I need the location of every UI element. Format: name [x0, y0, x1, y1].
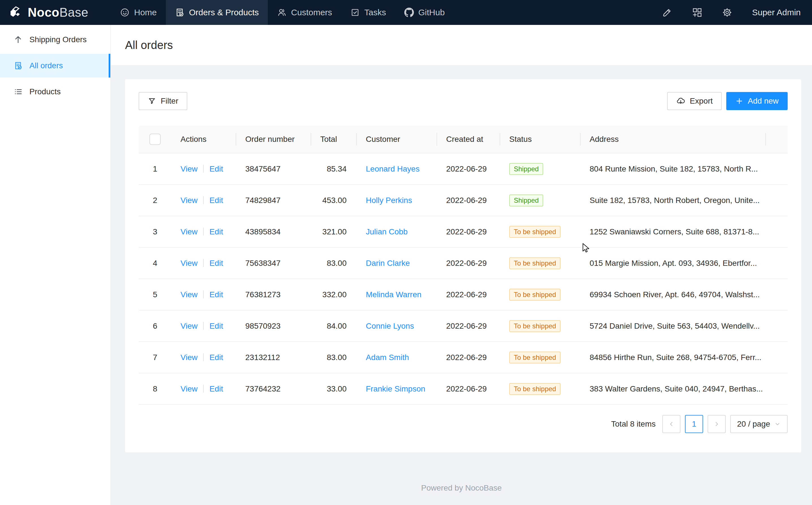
- order-number-cell: 23132112: [236, 342, 311, 373]
- table-row: 6 ViewEdit 98570923 84.00 Connie Lyons 2…: [139, 310, 788, 342]
- edit-link[interactable]: Edit: [209, 259, 223, 268]
- select-all-checkbox[interactable]: [150, 134, 161, 145]
- status-cell: Shipped: [500, 185, 581, 216]
- chevron-left-icon: [668, 420, 675, 428]
- prev-page-button[interactable]: [662, 415, 681, 433]
- customer-cell: Holly Perkins: [357, 185, 437, 216]
- status-cell: Shipped: [500, 153, 581, 185]
- customer-link[interactable]: Holly Perkins: [366, 196, 412, 205]
- sidebar-item-label: Shipping Orders: [29, 35, 86, 44]
- table-row: 3 ViewEdit 43895834 321.00 Julian Cobb 2…: [139, 216, 788, 247]
- add-new-button[interactable]: Add new: [726, 92, 788, 110]
- column-header-status: Status: [500, 126, 581, 153]
- nav-item-orders-products[interactable]: Orders & Products: [166, 0, 268, 25]
- address-cell: 5724 Daniel Drive, Suite 563, 54403, Wen…: [581, 310, 766, 342]
- sidebar-item-shipping-orders[interactable]: Shipping Orders: [0, 28, 110, 51]
- appstore-add-icon[interactable]: [692, 7, 702, 18]
- status-cell: To be shipped: [500, 310, 581, 342]
- edit-link[interactable]: Edit: [209, 227, 223, 236]
- nav-item-label: Orders & Products: [189, 8, 259, 17]
- view-link[interactable]: View: [181, 227, 198, 236]
- customer-link[interactable]: Melinda Warren: [366, 290, 422, 299]
- order-number-cell: 76381273: [236, 279, 311, 310]
- order-number-cell: 74829847: [236, 185, 311, 216]
- table-row: 4 ViewEdit 75638347 83.00 Darin Clarke 2…: [139, 247, 788, 279]
- actions-divider: [203, 353, 204, 361]
- view-link[interactable]: View: [181, 384, 198, 393]
- edit-link[interactable]: Edit: [209, 384, 223, 393]
- view-link[interactable]: View: [181, 353, 198, 362]
- row-actions: ViewEdit: [172, 185, 236, 216]
- orders-table: Actions Order number Total Customer Crea…: [139, 126, 788, 405]
- total-cell: 84.00: [311, 310, 357, 342]
- total-cell: 33.00: [311, 373, 357, 404]
- nav-item-label: Tasks: [364, 8, 386, 17]
- page-1-button[interactable]: 1: [685, 415, 703, 433]
- nav-item-home[interactable]: Home: [111, 0, 166, 25]
- highlighter-icon[interactable]: [662, 7, 672, 18]
- view-link[interactable]: View: [181, 259, 198, 268]
- nav-item-customers[interactable]: Customers: [268, 0, 341, 25]
- toolbar: Filter Export: [139, 92, 788, 110]
- row-actions: ViewEdit: [172, 279, 236, 310]
- customer-link[interactable]: Connie Lyons: [366, 322, 414, 330]
- row-index: 1: [139, 153, 172, 185]
- edit-link[interactable]: Edit: [209, 290, 223, 299]
- filter-button[interactable]: Filter: [139, 92, 187, 110]
- gear-icon[interactable]: [722, 7, 732, 18]
- logo-noco: Noco: [28, 5, 59, 19]
- edit-link[interactable]: Edit: [209, 196, 223, 205]
- row-actions: ViewEdit: [172, 216, 236, 247]
- team-icon: [277, 8, 287, 17]
- page-size-select[interactable]: 20 / page: [730, 415, 788, 433]
- column-header-actions: Actions: [172, 126, 236, 153]
- customer-link[interactable]: Adam Smith: [366, 353, 409, 362]
- created-at-cell: 2022-06-29: [437, 342, 500, 373]
- pagination-total: Total 8 items: [611, 419, 655, 429]
- user-menu[interactable]: Super Admin: [752, 8, 801, 17]
- logo-base: Base: [59, 5, 88, 19]
- customer-cell: Leonard Hayes: [357, 153, 437, 185]
- created-at-cell: 2022-06-29: [437, 153, 500, 185]
- extra-cell: [766, 185, 788, 216]
- customer-cell: Frankie Simpson: [357, 373, 437, 404]
- page-title: All orders: [125, 39, 173, 51]
- edit-link[interactable]: Edit: [209, 322, 223, 330]
- column-header-order-number: Order number: [236, 126, 311, 153]
- table-header-row: Actions Order number Total Customer Crea…: [139, 126, 788, 153]
- created-at-cell: 2022-06-29: [437, 279, 500, 310]
- status-tag: To be shipped: [509, 257, 560, 269]
- status-tag: To be shipped: [509, 289, 560, 301]
- extra-cell: [766, 153, 788, 185]
- customer-cell: Julian Cobb: [357, 216, 437, 247]
- list-icon: [14, 87, 23, 96]
- table-row: 7 ViewEdit 23132112 83.00 Adam Smith 202…: [139, 342, 788, 373]
- edit-link[interactable]: Edit: [209, 353, 223, 362]
- status-cell: To be shipped: [500, 373, 581, 404]
- nav-item-tasks[interactable]: Tasks: [341, 0, 395, 25]
- customer-link[interactable]: Julian Cobb: [366, 227, 408, 236]
- check-square-icon: [350, 8, 360, 17]
- address-cell: 804 Runte Mission, Suite 182, 15783, Nor…: [581, 153, 766, 185]
- status-cell: To be shipped: [500, 342, 581, 373]
- edit-link[interactable]: Edit: [209, 164, 223, 173]
- actions-divider: [203, 322, 204, 330]
- filter-icon: [148, 97, 156, 105]
- customer-link[interactable]: Darin Clarke: [366, 259, 410, 268]
- sidebar-item-all-orders[interactable]: All orders: [0, 54, 110, 77]
- next-page-button[interactable]: [708, 415, 726, 433]
- customer-link[interactable]: Frankie Simpson: [366, 384, 425, 393]
- status-tag: To be shipped: [509, 320, 560, 332]
- sidebar-item-products[interactable]: Products: [0, 80, 110, 104]
- order-document-icon: [14, 61, 23, 70]
- view-link[interactable]: View: [181, 322, 198, 330]
- table-row: 5 ViewEdit 76381273 332.00 Melinda Warre…: [139, 279, 788, 310]
- logo-text: NocoBase: [28, 5, 88, 19]
- created-at-cell: 2022-06-29: [437, 185, 500, 216]
- view-link[interactable]: View: [181, 164, 198, 173]
- view-link[interactable]: View: [181, 196, 198, 205]
- export-button[interactable]: Export: [667, 92, 722, 110]
- customer-link[interactable]: Leonard Hayes: [366, 164, 420, 173]
- view-link[interactable]: View: [181, 290, 198, 299]
- nav-item-github[interactable]: GitHub: [395, 0, 454, 25]
